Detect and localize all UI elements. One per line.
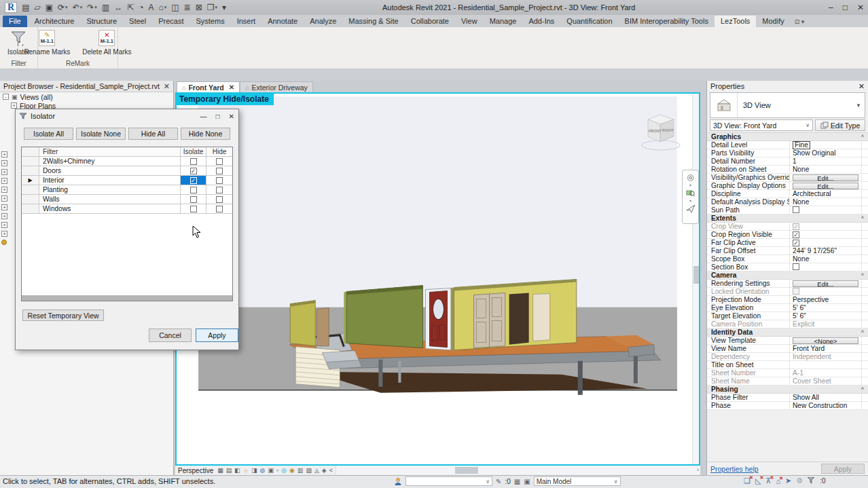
property-edit-button[interactable]: <None> xyxy=(793,337,858,344)
hide-checkbox[interactable] xyxy=(216,158,223,165)
hide-cell[interactable] xyxy=(206,185,232,194)
redo-icon[interactable]: ↷▾ xyxy=(85,1,99,14)
section-icon[interactable]: ◫ xyxy=(169,1,181,14)
ribbon-tab-massing-site[interactable]: Massing & Site xyxy=(342,16,404,27)
ribbon-tab-add-ins[interactable]: Add-Ins xyxy=(522,16,560,27)
isolate-cell[interactable] xyxy=(181,195,206,204)
hide-checkbox[interactable] xyxy=(216,187,223,193)
text-icon[interactable]: A xyxy=(146,1,156,14)
ribbon-tab-quantification[interactable]: Quantification xyxy=(560,16,618,27)
hide-checkbox[interactable] xyxy=(216,206,223,212)
tree-expander-icon[interactable]: + xyxy=(1,169,7,175)
isolate-cell[interactable] xyxy=(181,157,206,166)
view-tab-front-yard[interactable]: ⌂Front Yard✕ xyxy=(177,81,240,92)
instance-selector[interactable]: 3D View: Front Yard ∨ xyxy=(710,119,813,131)
aligned-dimension-icon[interactable]: ⇱ xyxy=(125,1,136,14)
dialog-close-button[interactable]: ✕ xyxy=(229,113,234,120)
zoom-caret-icon[interactable]: ▾ xyxy=(689,198,691,203)
filter-row-walls[interactable]: Walls xyxy=(22,195,232,204)
save-icon[interactable]: ▣ xyxy=(43,1,55,14)
collapse-chevron-icon[interactable]: ^ xyxy=(861,134,868,140)
collapse-bar-icon[interactable]: < xyxy=(329,466,333,474)
file-tabs-icon[interactable]: ▤ xyxy=(20,1,31,14)
steering-wheel-icon[interactable]: ◎ xyxy=(687,173,693,181)
ribbon-tab-precast[interactable]: Precast xyxy=(152,16,189,27)
detail-level-icon[interactable]: ▤ xyxy=(226,466,232,474)
viewcube[interactable]: FRONT RIGHT xyxy=(640,111,682,153)
property-value[interactable]: Show All xyxy=(790,394,861,401)
properties-section-graphics[interactable]: Graphics^ xyxy=(707,133,868,141)
tree-expander-icon[interactable]: + xyxy=(11,102,17,109)
ribbon-tab-file[interactable]: File xyxy=(3,16,27,27)
viewcube-compass[interactable] xyxy=(642,140,680,150)
visual-style-icon[interactable]: ◧ xyxy=(234,466,240,474)
hide-checkbox[interactable] xyxy=(216,196,223,203)
ribbon-tab-leztools[interactable]: LezTools xyxy=(715,16,756,27)
edit-type-button[interactable]: Edit Type xyxy=(815,119,865,131)
project-browser-close-icon[interactable]: ✕ xyxy=(164,82,170,91)
isolate-checkbox[interactable] xyxy=(190,168,197,174)
pan-icon[interactable] xyxy=(686,204,695,213)
dialog-button-hide-none[interactable]: Hide None xyxy=(181,128,230,140)
property-value[interactable]: <None> xyxy=(790,337,861,344)
selection-settings-gear-icon[interactable]: ⚙ xyxy=(796,476,803,485)
filter-icon[interactable] xyxy=(808,477,815,485)
ribbon-tab-analyze[interactable]: Analyze xyxy=(304,16,342,27)
minimize-button[interactable]: – xyxy=(829,3,833,12)
scale-icon[interactable]: ▦ xyxy=(217,466,223,474)
open-icon[interactable]: ▱ xyxy=(32,1,42,14)
collapse-chevron-icon[interactable]: ^ xyxy=(861,329,868,336)
thin-lines-icon[interactable]: ≣ xyxy=(182,1,193,14)
maximize-button[interactable]: □ xyxy=(843,3,848,12)
show-crop-icon[interactable]: ▫ xyxy=(276,466,278,474)
ribbon-button-delete-all-marks[interactable]: ✕M-1.1Delete All Marks xyxy=(79,29,134,56)
isolate-checkbox[interactable] xyxy=(190,206,197,212)
property-edit-button[interactable]: Edit... xyxy=(793,280,858,287)
row-selector[interactable] xyxy=(22,166,39,175)
view-tab-exterior-driveway[interactable]: ⌂Exterior Driveway xyxy=(240,81,313,92)
property-value[interactable]: 5' 6" xyxy=(790,304,861,312)
property-value[interactable] xyxy=(790,239,861,246)
ribbon-tab-steel[interactable]: Steel xyxy=(123,16,152,27)
property-value[interactable]: Perspective xyxy=(790,296,861,303)
property-value[interactable]: Independent xyxy=(790,353,861,360)
design-options-icon[interactable]: ▣ xyxy=(524,478,530,485)
vertical-scrollbar[interactable] xyxy=(692,94,699,464)
tree-expander-icon[interactable]: + xyxy=(1,222,7,228)
property-value[interactable]: Edit... xyxy=(790,280,861,287)
select-by-face-icon[interactable]: ⌂✕ xyxy=(776,477,780,485)
property-value[interactable]: None xyxy=(790,166,861,173)
horizontal-scrollbar[interactable]: › xyxy=(336,466,700,474)
tree-expander-icon[interactable]: - xyxy=(3,94,9,100)
dialog-button-isolate-all[interactable]: Isolate All xyxy=(24,128,73,140)
ribbon-tab-annotate[interactable]: Annotate xyxy=(261,16,304,27)
dialog-minimize-button[interactable]: — xyxy=(200,113,207,120)
app-button[interactable]: R xyxy=(3,1,19,14)
reveal-hidden-icon[interactable]: ◉ xyxy=(289,466,295,474)
hide-cell[interactable] xyxy=(206,166,232,175)
shadows-icon[interactable]: ◨ xyxy=(251,466,257,474)
steering-wheel-caret-icon[interactable]: ▾ xyxy=(689,183,691,187)
horizontal-scrollbar-thumb[interactable] xyxy=(455,467,478,474)
collapse-chevron-icon[interactable]: ^ xyxy=(861,386,868,393)
ribbon-tab-structure[interactable]: Structure xyxy=(80,16,123,27)
row-selector[interactable] xyxy=(22,204,39,213)
hide-cell[interactable] xyxy=(206,176,232,185)
dialog-button-isolate-none[interactable]: Isolate None xyxy=(76,128,126,140)
tree-expander-icon[interactable]: + xyxy=(1,213,7,219)
ribbon-button-rename-marks[interactable]: ✎M-1.1Rename Marks xyxy=(21,29,73,56)
isolate-checkbox[interactable] xyxy=(190,177,197,184)
select-pinned-icon[interactable]: ⊼✕ xyxy=(765,476,771,485)
temporary-view-properties-icon[interactable]: ▧ xyxy=(306,466,312,474)
tree-expander-icon[interactable]: + xyxy=(1,160,7,166)
drag-on-selection-icon[interactable]: ➤ xyxy=(785,476,791,485)
hide-cell[interactable] xyxy=(206,157,232,166)
property-value[interactable] xyxy=(790,223,861,230)
type-selector-caret-icon[interactable]: ▼ xyxy=(856,102,865,109)
ribbon-tab-view[interactable]: View xyxy=(455,16,484,27)
post[interactable] xyxy=(634,356,638,383)
editing-requests-icon[interactable]: ✎ xyxy=(496,478,501,485)
measure-icon[interactable]: ↔ xyxy=(112,1,124,14)
tree-expander-icon[interactable]: + xyxy=(1,204,7,210)
hide-cell[interactable] xyxy=(206,195,232,204)
